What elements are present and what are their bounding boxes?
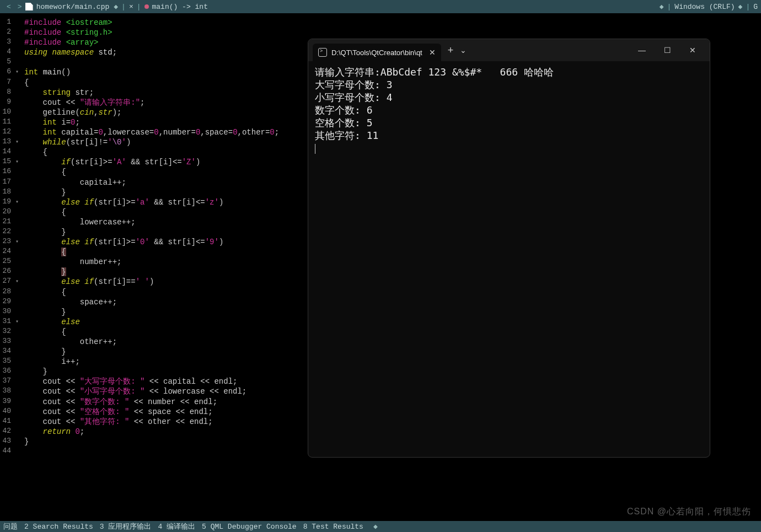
fold-empty xyxy=(13,187,21,197)
fold-empty xyxy=(13,167,21,177)
maximize-button[interactable]: ☐ xyxy=(655,41,680,59)
fold-empty xyxy=(13,347,21,357)
close-button[interactable]: ✕ xyxy=(680,41,705,59)
forward-arrow-icon[interactable]: > xyxy=(18,3,22,11)
fold-empty xyxy=(13,327,21,337)
fold-empty xyxy=(13,217,21,227)
fold-marker-icon[interactable]: ▾ xyxy=(13,157,21,167)
line-number: 24 xyxy=(0,247,13,257)
terminal-titlebar[interactable]: D:\QT\Tools\QtCreator\bin\qt ✕ + ⌄ — ☐ ✕ xyxy=(308,39,710,61)
fold-empty xyxy=(13,267,21,277)
line-number: 18 xyxy=(0,187,13,197)
line-number: 14 xyxy=(0,147,13,157)
fold-empty xyxy=(13,257,21,267)
line-number: 3 xyxy=(0,37,13,47)
terminal-icon xyxy=(318,48,327,57)
bottom-tab[interactable]: 3 应用程序输出 xyxy=(100,522,152,531)
line-number: 15 xyxy=(0,157,13,167)
line-number: 22 xyxy=(0,227,13,237)
line-number: 20 xyxy=(0,207,13,217)
watermark: CSDN @心若向阳，何惧悲伤 xyxy=(627,506,751,518)
breadcrumb-separator: | xyxy=(137,3,141,11)
line-number: 5 xyxy=(0,57,13,67)
fold-empty xyxy=(13,407,21,417)
terminal-window[interactable]: D:\QT\Tools\QtCreator\bin\qt ✕ + ⌄ — ☐ ✕… xyxy=(308,39,710,458)
bottom-tab[interactable]: 8 Test Results xyxy=(303,523,363,531)
fold-empty xyxy=(13,287,21,297)
line-number: 1 xyxy=(0,18,13,28)
bottom-tab[interactable]: 5 QML Debugger Console xyxy=(202,523,297,531)
line-ending[interactable]: Windows (CRLF)◆ xyxy=(674,2,742,11)
fold-empty xyxy=(13,377,21,386)
code-line[interactable]: #include <string.h> xyxy=(24,28,761,37)
line-number: 37 xyxy=(0,377,13,386)
right-dropdown-icon[interactable]: ◆ xyxy=(660,2,664,11)
tab-dropdown-icon[interactable]: ⌄ xyxy=(460,46,467,55)
line-number-gutter: 1234567891011121314151617181920212223242… xyxy=(0,13,13,520)
line-number: 34 xyxy=(0,347,13,357)
line-number: 25 xyxy=(0,257,13,267)
bottom-tab[interactable]: 问题 xyxy=(3,522,18,531)
lang-hint[interactable]: G xyxy=(753,3,758,11)
line-number: 32 xyxy=(0,327,13,337)
fold-empty xyxy=(13,337,21,347)
terminal-tab[interactable]: D:\QT\Tools\QtCreator\bin\qt ✕ xyxy=(313,44,441,61)
fold-marker-icon[interactable]: ▾ xyxy=(13,237,21,247)
line-number: 2 xyxy=(0,28,13,37)
close-x[interactable]: × xyxy=(129,3,133,11)
fold-empty xyxy=(13,37,21,47)
bottom-tabs-bar: 问题2 Search Results3 应用程序输出4 编译输出5 QML De… xyxy=(0,521,761,532)
fold-empty xyxy=(13,397,21,407)
breadcrumb-dropdown-icon[interactable]: ◆ xyxy=(114,2,118,11)
fold-marker-icon[interactable]: ▾ xyxy=(13,67,21,77)
new-tab-button[interactable]: + xyxy=(448,45,454,56)
file-icon xyxy=(25,3,33,10)
fold-empty xyxy=(13,108,21,117)
line-number: 36 xyxy=(0,367,13,377)
fold-gutter[interactable]: ▾▾▾▾▾▾▾ xyxy=(13,13,21,520)
fold-empty xyxy=(13,47,21,57)
fold-empty xyxy=(13,307,21,317)
fold-empty xyxy=(13,247,21,257)
fold-marker-icon[interactable]: ▾ xyxy=(13,277,21,287)
line-number: 28 xyxy=(0,287,13,297)
fold-marker-icon[interactable]: ▾ xyxy=(13,197,21,207)
fold-empty xyxy=(13,117,21,127)
back-arrow-icon[interactable]: < xyxy=(7,3,11,11)
line-number: 11 xyxy=(0,117,13,127)
fold-empty xyxy=(13,427,21,437)
terminal-tab-title: D:\QT\Tools\QtCreator\bin\qt xyxy=(331,49,422,57)
line-number: 21 xyxy=(0,217,13,227)
line-number: 38 xyxy=(0,386,13,396)
line-number: 8 xyxy=(0,88,13,98)
fold-empty xyxy=(13,417,21,427)
fold-empty xyxy=(13,447,21,456)
tab-close-icon[interactable]: ✕ xyxy=(429,48,436,57)
line-number: 44 xyxy=(0,447,13,456)
line-number: 26 xyxy=(0,267,13,277)
file-path[interactable]: homework/main.cpp xyxy=(36,3,110,11)
bottom-tab[interactable]: 4 编译输出 xyxy=(158,522,195,531)
fold-marker-icon[interactable]: ▾ xyxy=(13,317,21,327)
fold-empty xyxy=(13,297,21,307)
line-number: 9 xyxy=(0,98,13,108)
terminal-output[interactable]: 请输入字符串:ABbCdef 123 &%$#* 666 哈哈哈 大写字母个数:… xyxy=(308,61,710,457)
bottom-updown-icon[interactable]: ◆ xyxy=(373,522,378,531)
line-number: 19 xyxy=(0,197,13,207)
minimize-button[interactable]: — xyxy=(629,41,655,59)
fold-empty xyxy=(13,57,21,67)
line-number: 33 xyxy=(0,337,13,347)
function-signature[interactable]: main() -> int xyxy=(152,3,208,11)
fold-empty xyxy=(13,437,21,447)
line-number: 39 xyxy=(0,397,13,407)
line-number: 27 xyxy=(0,277,13,287)
line-number: 29 xyxy=(0,297,13,307)
fold-empty xyxy=(13,98,21,108)
fold-marker-icon[interactable]: ▾ xyxy=(13,137,21,147)
bottom-tab[interactable]: 2 Search Results xyxy=(24,523,93,531)
code-line[interactable]: #include <iostream> xyxy=(24,18,761,28)
fold-empty xyxy=(13,18,21,28)
line-number: 16 xyxy=(0,167,13,177)
fold-empty xyxy=(13,178,21,187)
fold-empty xyxy=(13,78,21,88)
